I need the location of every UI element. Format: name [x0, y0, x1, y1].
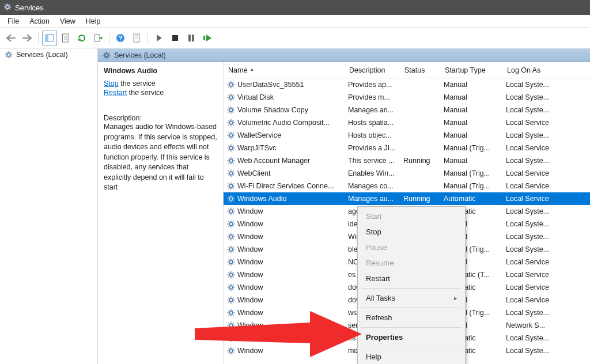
svg-line-141	[228, 213, 229, 214]
service-row[interactable]: WebClientEnables Win...Manual (Trig...Lo…	[224, 167, 590, 180]
service-description-cell: Manages an...	[345, 106, 400, 114]
svg-line-239	[233, 348, 234, 349]
refresh-button[interactable]	[74, 31, 89, 46]
gear-icon	[103, 51, 111, 59]
service-name-cell: WebClient	[224, 169, 345, 177]
context-menu-all-tasks[interactable]: All Tasks	[359, 290, 464, 306]
svg-line-184	[233, 276, 234, 278]
context-menu-separator	[361, 327, 462, 328]
svg-line-201	[228, 297, 229, 298]
context-menu-help[interactable]: Help	[359, 349, 464, 364]
restart-service-link[interactable]: Restart	[104, 89, 127, 97]
service-startup-cell: Manual	[440, 131, 502, 139]
service-description-cell: Manages co...	[345, 182, 400, 190]
service-name-cell: Window	[224, 271, 345, 279]
svg-line-156	[228, 234, 229, 235]
service-name-cell: Web Account Manager	[224, 157, 345, 165]
svg-point-61	[229, 108, 233, 112]
service-name-cell: Window	[224, 220, 345, 228]
service-row[interactable]: UserDataSvc_35551Provides ap...ManualLoc…	[224, 78, 590, 91]
svg-line-122	[233, 183, 234, 184]
service-name-cell: Volume Shadow Copy	[224, 106, 345, 114]
menu-view[interactable]: View	[55, 16, 81, 26]
service-name-cell: Windows Audio	[224, 195, 345, 203]
stop-service-link[interactable]: Stop	[104, 79, 119, 88]
svg-point-88	[229, 146, 233, 150]
svg-line-158	[233, 234, 234, 235]
svg-line-123	[228, 188, 229, 189]
svg-line-5	[5, 4, 6, 5]
service-status-cell: Running	[400, 157, 440, 165]
restart-service-button[interactable]	[200, 31, 215, 46]
service-logon-cell: Local Syste...	[502, 309, 567, 317]
restart-suffix-text: the service	[127, 89, 164, 97]
service-row[interactable]: Volume Shadow CopyManages an...ManualLoc…	[224, 104, 590, 116]
back-button[interactable]	[3, 31, 18, 46]
app-icon	[3, 3, 12, 13]
svg-rect-21	[172, 35, 178, 41]
svg-text:?: ?	[119, 35, 123, 41]
service-logon-cell: Network S...	[502, 321, 567, 329]
service-row[interactable]: WarpJITSvcProvides a JI...Manual (Trig..…	[224, 142, 590, 154]
svg-point-142	[229, 222, 233, 226]
svg-line-194	[233, 285, 234, 286]
svg-line-68	[233, 107, 234, 108]
context-menu-refresh[interactable]: Refresh	[359, 310, 464, 325]
gear-icon	[227, 131, 235, 139]
export-list-button[interactable]	[90, 31, 105, 46]
service-row[interactable]: Windows AudioManages au...RunningAutomat…	[224, 192, 590, 205]
svg-line-76	[233, 124, 234, 126]
gear-icon	[5, 51, 13, 59]
show-hide-console-tree-button[interactable]	[42, 31, 57, 46]
service-row[interactable]: Volumetric Audio Composit...Hosts spatia…	[224, 116, 590, 129]
context-menu-stop[interactable]: Stop	[359, 224, 464, 240]
help-button[interactable]: ?	[113, 31, 128, 46]
column-header-logon[interactable]: Log On As	[502, 66, 567, 74]
filter-button[interactable]	[129, 31, 144, 46]
svg-point-151	[229, 235, 233, 238]
svg-line-228	[228, 335, 229, 336]
context-menu-properties[interactable]: Properties	[359, 329, 464, 345]
context-menu-start: Start	[359, 208, 464, 224]
service-name-cell: WalletService	[224, 131, 345, 139]
forward-button[interactable]	[20, 31, 35, 46]
svg-line-131	[233, 196, 234, 197]
service-description-cell: Hosts objec...	[345, 131, 400, 139]
pause-service-button[interactable]	[184, 31, 199, 46]
svg-point-25	[7, 53, 10, 56]
start-service-button[interactable]	[152, 31, 167, 46]
svg-line-121	[233, 188, 234, 189]
svg-line-104	[233, 158, 234, 159]
service-logon-cell: Local Service	[502, 271, 567, 279]
tree-root-services-local[interactable]: Services (Local)	[0, 48, 97, 61]
service-row[interactable]: WalletServiceHosts objec...ManualLocal S…	[224, 129, 590, 142]
column-header-name[interactable]: Name▲	[224, 66, 345, 74]
svg-line-221	[233, 323, 234, 324]
service-name-cell: Window	[224, 207, 345, 215]
svg-line-210	[228, 310, 229, 311]
svg-line-240	[228, 352, 229, 354]
menu-action[interactable]: Action	[24, 16, 55, 26]
service-row[interactable]: Web Account ManagerThis service ...Runni…	[224, 154, 590, 167]
service-row[interactable]: Wi-Fi Direct Services Conne...Manages co…	[224, 180, 590, 192]
service-name-cell: WarpJITSvc	[224, 144, 345, 152]
service-row[interactable]: Virtual DiskProvides m...ManualLocal Sys…	[224, 91, 590, 104]
context-menu-separator	[361, 308, 462, 308]
gear-icon	[227, 119, 235, 127]
context-menu-restart[interactable]: Restart	[359, 271, 464, 286]
service-name-cell: Virtual Disk	[224, 93, 345, 101]
detail-header-label: Services (Local)	[114, 51, 166, 59]
menu-help[interactable]: Help	[81, 16, 106, 26]
service-name-cell: Window	[224, 233, 345, 241]
column-header-description[interactable]: Description	[345, 66, 400, 74]
properties-button[interactable]	[58, 31, 73, 46]
svg-line-84	[228, 132, 229, 134]
column-header-status[interactable]: Status	[400, 66, 440, 74]
service-logon-cell: Local Service	[502, 182, 567, 190]
service-startup-cell: Manual	[440, 93, 502, 101]
menu-file[interactable]: File	[2, 16, 24, 26]
svg-line-176	[233, 259, 234, 260]
svg-line-150	[228, 226, 229, 227]
column-header-startup[interactable]: Startup Type	[440, 66, 502, 74]
stop-service-button[interactable]	[168, 31, 183, 46]
